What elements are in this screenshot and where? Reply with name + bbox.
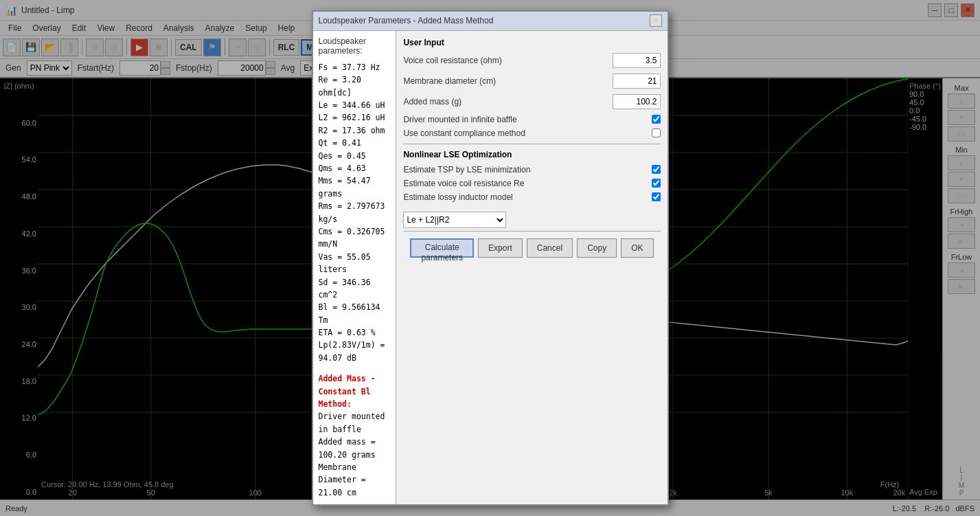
estimate-tsp-checkbox[interactable] xyxy=(652,165,661,174)
calculate-button[interactable]: Calculate parameters xyxy=(410,238,474,258)
estimate-tsp-row: Estimate TSP by LSE minimization xyxy=(403,165,660,175)
params-header: Loudspeaker parameters: xyxy=(319,36,391,56)
estimate-tsp-label: Estimate TSP by LSE minimization xyxy=(403,165,651,175)
driver-baffle-checkbox[interactable] xyxy=(652,115,661,124)
modal-body: Loudspeaker parameters: Fs = 37.73 Hz Re… xyxy=(313,31,668,504)
estimate-lossy-row: Estimate lossy inductor model xyxy=(403,192,660,202)
section-divider xyxy=(403,144,660,144)
membrane-diam-row: Membrane diameter (cm) xyxy=(403,74,660,89)
estimate-lossy-checkbox[interactable] xyxy=(652,192,661,201)
modal-title: Loudspeaker Parameters - Added Mass Meth… xyxy=(319,16,494,25)
added-mass-label: Added mass (g) xyxy=(403,97,612,106)
voice-coil-row: Voice coil resistance (ohm) xyxy=(403,53,660,68)
estimate-voice-label: Estimate voice coil resistance Re xyxy=(403,179,651,188)
driver-baffle-label: Driver mounted in infinite baffle xyxy=(403,115,651,124)
estimate-lossy-label: Estimate lossy inductor model xyxy=(403,192,651,202)
modal-close-button[interactable]: ✕ xyxy=(650,14,662,27)
cancel-button[interactable]: Cancel xyxy=(527,238,573,258)
modal-dialog: Loudspeaker Parameters - Added Mass Meth… xyxy=(312,10,669,506)
nonlinear-label: Nonlinear LSE Optimization xyxy=(403,150,660,159)
added-mass-params: Added Mass - Constant Bl Method: Driver … xyxy=(319,372,391,499)
const-compliance-row: Use constant compliance method xyxy=(403,128,660,138)
modal-overlay: Loudspeaker Parameters - Added Mass Meth… xyxy=(0,0,980,516)
driver-baffle-row: Driver mounted in infinite baffle xyxy=(403,115,660,124)
added-mass-row: Added mass (g) xyxy=(403,94,660,109)
params-text: Fs = 37.73 Hz Re = 3.20 ohm[dc] Le = 344… xyxy=(319,61,391,364)
modal-params-panel: Loudspeaker parameters: Fs = 37.73 Hz Re… xyxy=(313,31,397,504)
estimate-voice-checkbox[interactable] xyxy=(652,179,661,188)
user-input-label: User Input xyxy=(403,38,660,47)
membrane-diam-input[interactable] xyxy=(613,74,661,89)
const-compliance-checkbox[interactable] xyxy=(652,128,661,137)
const-compliance-label: Use constant compliance method xyxy=(403,128,651,138)
modal-title-bar: Loudspeaker Parameters - Added Mass Meth… xyxy=(313,12,668,31)
voice-coil-input[interactable] xyxy=(613,53,661,68)
membrane-diam-label: Membrane diameter (cm) xyxy=(403,76,612,86)
modal-buttons: Calculate parameters Export Cancel Copy … xyxy=(403,231,660,265)
model-select[interactable]: Le + L2||R2 xyxy=(403,212,506,228)
estimate-voice-row: Estimate voice coil resistance Re xyxy=(403,179,660,188)
modal-input-panel: User Input Voice coil resistance (ohm) M… xyxy=(396,31,667,504)
voice-coil-label: Voice coil resistance (ohm) xyxy=(403,56,612,65)
export-button[interactable]: Export xyxy=(478,238,523,258)
added-mass-input[interactable] xyxy=(613,94,661,109)
ok-button[interactable]: OK xyxy=(621,238,653,258)
copy-button[interactable]: Copy xyxy=(577,238,617,258)
